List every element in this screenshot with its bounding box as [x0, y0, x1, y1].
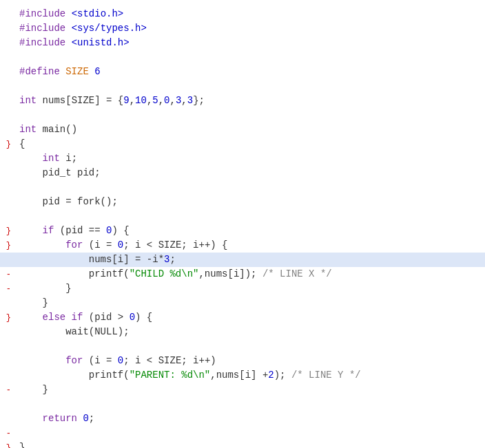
code-line: #include <sys/types.h>: [0, 21, 485, 36]
line-gutter: [0, 209, 14, 224]
code-line: } for (i = 0; i < SIZE; i++) {: [0, 238, 485, 253]
code-line: - printf("CHILD %d\n",nums[i]); /* LINE …: [0, 267, 485, 281]
code-line: int nums[SIZE] = {9,10,5,0,3,3};: [0, 94, 485, 108]
line-gutter: }: [0, 238, 14, 253]
line-content: printf("CHILD %d\n",nums[i]); /* LINE X …: [14, 267, 485, 281]
line-content: [14, 397, 485, 412]
line-content: int nums[SIZE] = {9,10,5,0,3,3};: [14, 94, 485, 108]
code-line: [0, 339, 485, 354]
code-line: #define SIZE 6: [0, 65, 485, 79]
line-gutter: [0, 339, 14, 354]
line-gutter: [0, 166, 14, 180]
line-content: [14, 426, 485, 440]
line-gutter: }: [0, 137, 14, 151]
line-gutter: -: [0, 383, 14, 397]
line-content: return 0;: [14, 412, 485, 426]
code-line: [0, 209, 485, 224]
line-gutter: [0, 397, 14, 412]
line-gutter: [0, 21, 14, 36]
line-content: {: [14, 137, 485, 151]
line-content: for (i = 0; i < SIZE; i++): [14, 354, 485, 368]
code-line: } else if (pid > 0) {: [0, 310, 485, 325]
line-gutter: [0, 325, 14, 339]
line-gutter: }: [0, 440, 14, 448]
line-content: }: [14, 281, 485, 296]
code-line: int main(): [0, 122, 485, 137]
line-gutter: [0, 122, 14, 137]
line-gutter: -: [0, 267, 14, 281]
code-line: #include <stdio.h>: [0, 7, 485, 21]
line-gutter: [0, 195, 14, 209]
line-gutter: [0, 108, 14, 122]
line-content: [14, 209, 485, 224]
line-gutter: }: [0, 310, 14, 325]
line-content: [14, 339, 485, 354]
code-line: [0, 50, 485, 65]
code-line: pid = fork();: [0, 195, 485, 209]
code-line: [0, 397, 485, 412]
code-line: printf("PARENT: %d\n",nums[i] +2); /* LI…: [0, 368, 485, 383]
code-editor: #include <stdio.h>#include <sys/types.h>…: [0, 0, 485, 448]
code-line: - }: [0, 383, 485, 397]
line-content: #include <sys/types.h>: [14, 21, 485, 36]
code-line: }{: [0, 137, 485, 151]
line-content: [14, 108, 485, 122]
line-content: [14, 79, 485, 94]
line-gutter: [0, 50, 14, 65]
code-line: [0, 180, 485, 195]
code-line: }}: [0, 440, 485, 448]
line-content: [14, 180, 485, 195]
code-line: int i;: [0, 151, 485, 166]
line-gutter: [0, 65, 14, 79]
line-gutter: [0, 36, 14, 50]
line-content: if (pid == 0) {: [14, 224, 485, 238]
line-gutter: [0, 296, 14, 310]
line-content: #include <stdio.h>: [14, 7, 485, 21]
line-content: #define SIZE 6: [14, 65, 485, 79]
code-line: nums[i] = -i*3;: [0, 253, 485, 267]
line-gutter: -: [0, 281, 14, 296]
line-content: }: [14, 296, 485, 310]
line-gutter: }: [0, 224, 14, 238]
line-content: [14, 50, 485, 65]
line-gutter: -: [0, 426, 14, 440]
code-line: [0, 108, 485, 122]
code-line: -: [0, 426, 485, 440]
line-content: #include <unistd.h>: [14, 36, 485, 50]
code-line: for (i = 0; i < SIZE; i++): [0, 354, 485, 368]
code-line: } if (pid == 0) {: [0, 224, 485, 238]
line-gutter: [0, 7, 14, 21]
code-line: wait(NULL);: [0, 325, 485, 339]
line-content: pid_t pid;: [14, 166, 485, 180]
line-content: nums[i] = -i*3;: [14, 253, 485, 267]
code-line: #include <unistd.h>: [0, 36, 485, 50]
line-content: for (i = 0; i < SIZE; i++) {: [14, 238, 485, 253]
line-gutter: [0, 354, 14, 368]
line-gutter: [0, 368, 14, 383]
line-content: }: [14, 383, 485, 397]
code-line: - }: [0, 281, 485, 296]
line-content: printf("PARENT: %d\n",nums[i] +2); /* LI…: [14, 368, 485, 383]
line-content: int i;: [14, 151, 485, 166]
code-line: [0, 79, 485, 94]
line-content: wait(NULL);: [14, 325, 485, 339]
line-gutter: [0, 151, 14, 166]
line-content: else if (pid > 0) {: [14, 310, 485, 325]
line-gutter: [0, 79, 14, 94]
line-gutter: [0, 412, 14, 426]
line-content: pid = fork();: [14, 195, 485, 209]
line-gutter: [0, 180, 14, 195]
code-line: }: [0, 296, 485, 310]
line-gutter: [0, 253, 14, 267]
line-content: int main(): [14, 122, 485, 137]
line-content: }: [14, 440, 485, 448]
code-line: return 0;: [0, 412, 485, 426]
code-line: pid_t pid;: [0, 166, 485, 180]
line-gutter: [0, 94, 14, 108]
